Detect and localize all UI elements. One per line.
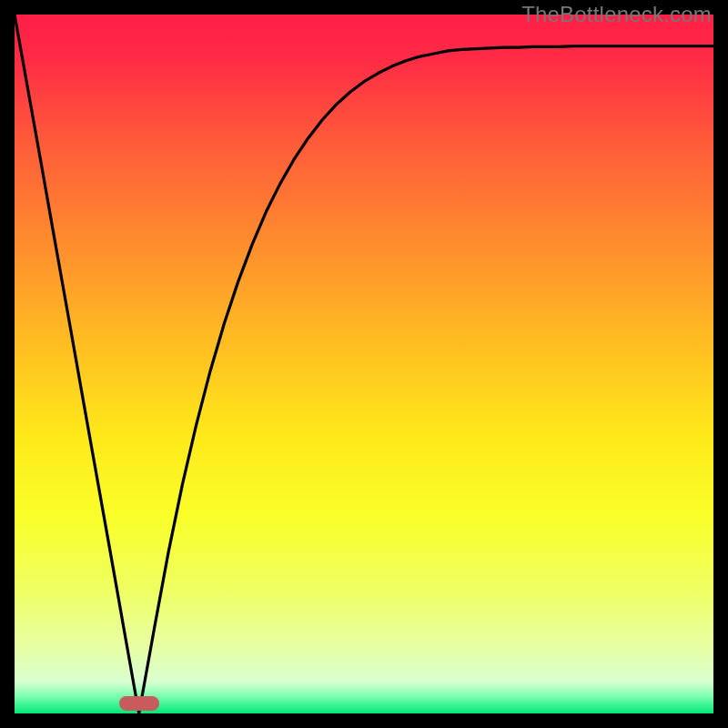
optimum-marker	[119, 696, 159, 711]
watermark-text: TheBottleneck.com	[521, 2, 712, 27]
chart-svg	[15, 15, 713, 713]
chart-frame	[15, 15, 713, 713]
